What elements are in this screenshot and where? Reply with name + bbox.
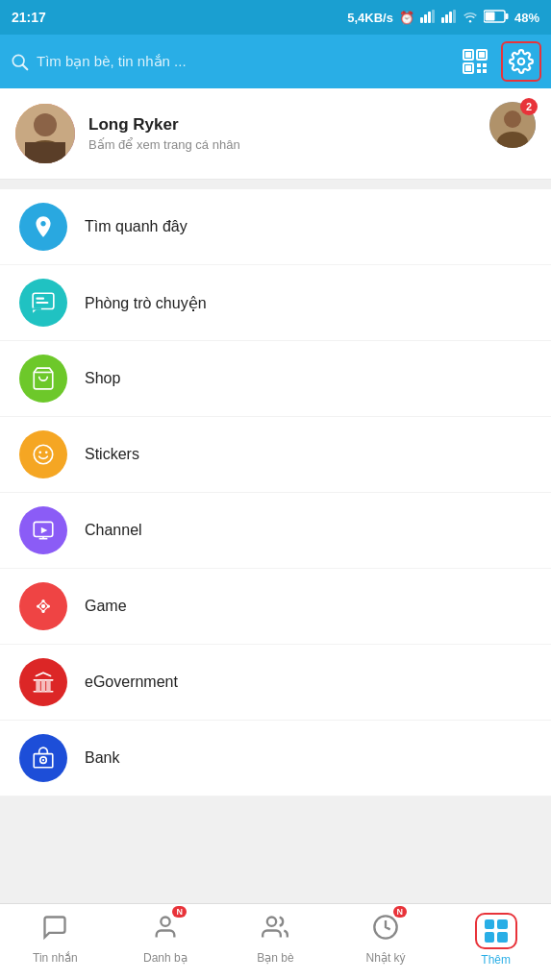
nav-more[interactable]: Thêm: [467, 913, 525, 967]
sticker-icon: [31, 442, 56, 467]
status-right: 5,4KB/s ⏰: [347, 10, 539, 26]
signal-icon: [420, 10, 436, 26]
gear-icon: [509, 49, 534, 74]
more-icon-border: [475, 913, 517, 949]
nav-friends[interactable]: Bạn bè: [246, 914, 304, 965]
status-bar: 21:17 5,4KB/s ⏰: [0, 0, 551, 35]
game-icon-wrap: [19, 582, 67, 630]
wifi-icon: [463, 10, 478, 26]
network-speed: 5,4KB/s: [347, 11, 393, 25]
svg-point-37: [38, 452, 41, 454]
svg-rect-31: [33, 293, 54, 308]
svg-rect-16: [479, 52, 485, 58]
chat-icon: [31, 290, 56, 315]
svg-rect-55: [36, 680, 39, 692]
menu-item-egovernment[interactable]: eGovernment: [0, 645, 551, 721]
messages-icon: [41, 914, 68, 947]
egovernment-icon: [31, 670, 56, 695]
svg-rect-21: [477, 69, 481, 73]
menu-item-bank[interactable]: Bank: [0, 721, 551, 796]
menu-item-game[interactable]: Game: [0, 569, 551, 645]
svg-point-23: [518, 59, 525, 65]
find-nearby-icon-wrap: [19, 203, 67, 251]
messages-label: Tin nhắn: [33, 951, 78, 965]
location-icon: [31, 214, 56, 239]
search-actions: [455, 41, 541, 82]
svg-rect-27: [25, 142, 65, 163]
svg-point-36: [34, 445, 53, 464]
svg-rect-7: [453, 10, 456, 23]
svg-rect-2: [428, 12, 431, 23]
profile-badge-number: 2: [520, 98, 538, 115]
menu-item-channel[interactable]: Channel: [0, 493, 551, 569]
svg-line-12: [23, 65, 28, 70]
profile-name: Long Ryker: [88, 115, 536, 135]
battery-icon: [484, 10, 509, 26]
status-time: 21:17: [12, 10, 46, 25]
svg-point-61: [161, 918, 169, 926]
chat-room-label: Phòng trò chuyện: [85, 294, 207, 312]
svg-rect-4: [441, 17, 444, 23]
friends-label: Bạn bè: [257, 951, 293, 965]
stickers-icon-wrap: [19, 430, 67, 478]
egovernment-label: eGovernment: [85, 674, 178, 691]
qr-button[interactable]: [455, 41, 495, 82]
recent-icon: N: [372, 914, 399, 947]
qr-icon: [462, 48, 488, 75]
recent-label: Nhật ký: [366, 951, 406, 965]
alarm-icon: ⏰: [399, 11, 414, 25]
menu-item-shop[interactable]: Shop: [0, 341, 551, 417]
svg-rect-19: [477, 63, 481, 67]
chat-room-icon-wrap: [19, 279, 67, 327]
svg-rect-57: [46, 680, 50, 692]
shop-label: Shop: [85, 370, 120, 387]
svg-rect-14: [465, 52, 471, 58]
svg-point-38: [45, 452, 48, 454]
svg-rect-0: [420, 17, 423, 23]
svg-rect-22: [483, 69, 487, 73]
menu-item-stickers[interactable]: Stickers: [0, 417, 551, 493]
channel-icon: [31, 518, 56, 543]
menu-item-chat-room[interactable]: Phòng trò chuyện: [0, 265, 551, 341]
contacts-icon: N: [152, 914, 179, 947]
svg-rect-56: [41, 680, 45, 692]
more-label: Thêm: [481, 953, 511, 967]
friends-icon: [262, 914, 288, 947]
search-area[interactable]: Tìm bạn bè, tin nhắn ...: [10, 52, 445, 71]
bottom-nav: Tin nhắn N Danh bạ Bạn bè: [0, 903, 551, 980]
time-display: 21:17: [12, 10, 46, 25]
shop-icon: [31, 366, 56, 391]
channel-icon-wrap: [19, 506, 67, 554]
battery-percent: 48%: [514, 11, 539, 25]
profile-info: Long Ryker Bấm để xem trang cá nhân: [88, 115, 536, 152]
settings-button[interactable]: [501, 41, 541, 82]
bank-icon: [31, 746, 56, 771]
svg-rect-10: [485, 12, 494, 20]
nav-recent[interactable]: N Nhật ký: [357, 914, 414, 965]
nav-messages[interactable]: Tin nhắn: [26, 914, 84, 965]
contacts-label: Danh bạ: [143, 951, 188, 965]
profile-section[interactable]: Long Ryker Bấm để xem trang cá nhân 2: [0, 88, 551, 180]
shop-icon-wrap: [19, 355, 67, 403]
menu-item-find-nearby[interactable]: Tìm quanh đây: [0, 189, 551, 265]
game-icon: [31, 594, 56, 619]
profile-subtitle: Bấm để xem trang cá nhân: [88, 137, 536, 152]
svg-rect-1: [424, 14, 427, 23]
svg-rect-20: [483, 63, 487, 67]
svg-rect-5: [445, 14, 448, 23]
nav-contacts[interactable]: N Danh bạ: [137, 914, 194, 965]
svg-point-25: [34, 113, 57, 136]
signal2-icon: [441, 10, 457, 26]
egovernment-icon-wrap: [19, 658, 67, 706]
svg-rect-3: [432, 10, 435, 23]
profile-avatar: [15, 104, 75, 163]
svg-rect-9: [505, 13, 508, 19]
svg-point-43: [41, 604, 45, 608]
game-label: Game: [85, 598, 127, 615]
menu-list: Tìm quanh đây Phòng trò chuyện Shop: [0, 189, 551, 796]
contacts-badge: N: [172, 906, 187, 918]
bank-label: Bank: [85, 749, 119, 767]
more-icon: [485, 919, 508, 943]
svg-point-62: [267, 918, 276, 926]
bank-icon-wrap: [19, 734, 67, 782]
